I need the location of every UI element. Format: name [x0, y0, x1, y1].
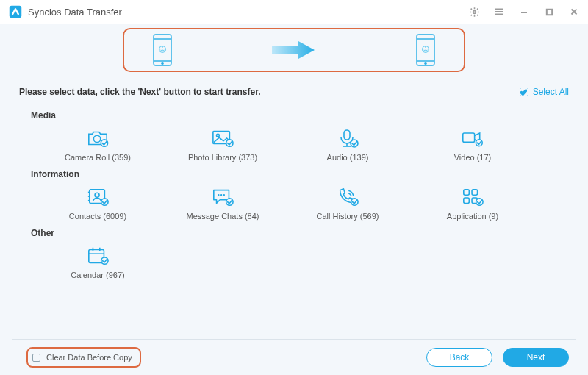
clear-data-checkbox-icon — [32, 354, 40, 362]
call-history-icon — [337, 187, 359, 207]
svg-rect-6 — [546, 9, 551, 14]
tile-calendar[interactable]: Calendar (967) — [35, 246, 160, 279]
svg-rect-0 — [10, 6, 22, 18]
select-all-label: Select All — [533, 87, 569, 97]
svg-point-44 — [220, 194, 222, 196]
svg-point-14 — [162, 46, 163, 48]
settings-gear-icon[interactable] — [466, 4, 482, 20]
transfer-banner — [123, 28, 465, 72]
svg-point-25 — [428, 49, 429, 49]
svg-point-24 — [423, 49, 423, 49]
svg-marker-17 — [272, 41, 315, 59]
svg-point-43 — [218, 194, 219, 196]
svg-point-16 — [165, 49, 165, 49]
content-area: Media Camera Roll (359) Photo Library (3… — [0, 110, 588, 279]
app-logo-icon — [9, 5, 22, 18]
tile-label: Call History (569) — [317, 212, 379, 221]
svg-point-29 — [217, 134, 220, 137]
svg-point-21 — [425, 63, 426, 64]
audio-icon — [337, 128, 359, 149]
tile-contacts[interactable]: Contacts (6009) — [35, 187, 160, 221]
svg-point-38 — [95, 193, 99, 197]
svg-rect-35 — [463, 133, 475, 142]
tile-label: Camera Roll (359) — [65, 153, 131, 162]
tile-label: Video (17) — [454, 153, 492, 162]
application-icon — [462, 187, 484, 207]
next-button[interactable]: Next — [503, 348, 569, 367]
minimize-icon[interactable] — [516, 4, 532, 20]
tile-label: Message Chats (84) — [186, 212, 259, 221]
svg-point-26 — [93, 135, 100, 142]
clear-data-label: Clear Data Before Copy — [46, 353, 132, 362]
contacts-icon — [87, 187, 109, 207]
menu-icon[interactable] — [491, 4, 507, 20]
tile-label: Application (9) — [447, 212, 498, 221]
calendar-icon — [87, 246, 109, 266]
svg-point-15 — [159, 49, 160, 49]
back-button-label: Back — [450, 352, 470, 362]
titlebar-controls — [466, 4, 587, 20]
tile-label: Audio (139) — [327, 153, 369, 162]
svg-rect-50 — [464, 198, 470, 204]
app-title: Syncios Data Transfer — [28, 7, 122, 18]
tile-video[interactable]: Video (17) — [410, 128, 535, 162]
svg-rect-49 — [472, 190, 478, 196]
titlebar: Syncios Data Transfer — [0, 0, 588, 24]
svg-rect-48 — [464, 190, 470, 196]
tile-message-chats[interactable]: Message Chats (84) — [160, 187, 285, 221]
tile-camera-roll[interactable]: Camera Roll (359) — [35, 128, 160, 162]
source-phone-icon[interactable] — [148, 32, 177, 68]
tile-call-history[interactable]: Call History (569) — [285, 187, 410, 221]
other-grid: Calendar (967) — [35, 246, 553, 279]
back-button[interactable]: Back — [426, 348, 492, 367]
tile-label: Calendar (967) — [71, 271, 124, 279]
tile-photo-library[interactable]: Photo Library (373) — [160, 128, 285, 162]
message-icon — [212, 187, 234, 207]
video-icon — [462, 128, 484, 149]
section-title-information: Information — [31, 169, 569, 179]
section-title-other: Other — [31, 228, 569, 238]
tile-application[interactable]: Application (9) — [410, 187, 535, 221]
next-button-label: Next — [527, 352, 545, 362]
svg-point-45 — [223, 194, 225, 196]
media-grid: Camera Roll (359) Photo Library (373) — [35, 128, 553, 162]
svg-point-1 — [473, 10, 476, 13]
instruction-text: Please select data, click the 'Next' but… — [19, 87, 260, 97]
transfer-arrow-icon — [177, 40, 411, 60]
target-phone-icon[interactable] — [411, 32, 440, 68]
photo-library-icon — [212, 128, 234, 149]
svg-point-23 — [425, 46, 426, 48]
select-all-checkbox-icon — [520, 88, 528, 96]
select-all-toggle[interactable]: Select All — [520, 87, 569, 97]
tile-label: Contacts (6009) — [69, 212, 126, 221]
footer: Clear Data Before Copy Back Next — [0, 340, 588, 375]
section-title-media: Media — [31, 110, 569, 121]
close-icon[interactable] — [566, 4, 582, 20]
maximize-icon[interactable] — [541, 4, 557, 20]
svg-rect-31 — [344, 130, 350, 140]
clear-data-toggle[interactable]: Clear Data Before Copy — [26, 347, 141, 368]
tile-audio[interactable]: Audio (139) — [285, 128, 410, 162]
tile-label: Photo Library (373) — [188, 153, 257, 162]
svg-point-12 — [162, 63, 163, 64]
camera-roll-icon — [87, 128, 109, 149]
information-grid: Contacts (6009) Message Chats (84) Cal — [35, 187, 553, 221]
